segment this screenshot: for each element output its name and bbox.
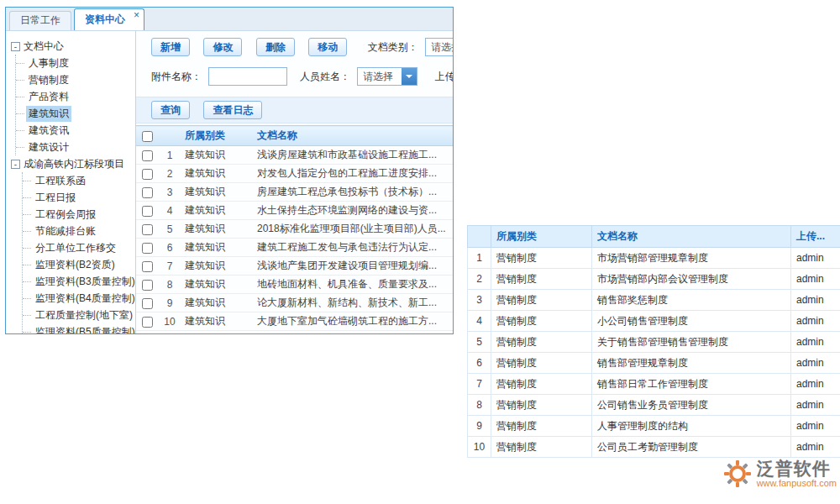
toolbar-row-2: 附件名称： 人员姓名： 请选择 上传日期: [136, 56, 453, 86]
table-row[interactable]: 3 建筑知识 房屋建筑工程总承包投标书（技术标）...: [136, 183, 453, 202]
table-row[interactable]: 4 建筑知识 水土保持生态环境监测网络的建设与资...: [136, 202, 453, 220]
tree-item[interactable]: 工程例会周报: [23, 206, 135, 223]
tree-item[interactable]: 人事制度: [16, 55, 135, 71]
table-row[interactable]: 9 营销制度 人事管理制度的结构 admin: [468, 416, 840, 437]
table-row[interactable]: 5 建筑知识 2018标准化监理项目部(业主项目部)人员...: [136, 220, 453, 239]
row-category: 建筑知识: [181, 239, 254, 257]
tree-item-label: 监理资料(B4质量控制): [33, 291, 136, 307]
tree-root-project[interactable]: - 成渝高铁内江标段项目: [11, 155, 135, 172]
row-checkbox[interactable]: [142, 243, 153, 254]
chevron-down-icon[interactable]: [402, 68, 417, 85]
tree-item[interactable]: 监理资料(B5质量控制): [23, 323, 135, 333]
row-checkbox[interactable]: [142, 298, 153, 309]
row-checkbox[interactable]: [142, 150, 153, 161]
table-row[interactable]: 7 建筑知识 浅谈地产集团开发建设项目管理规划编...: [136, 257, 453, 276]
document-list-pane: 新增 修改 删除 移动 文档类别： 请选择 文档 附件名称： 人员姓名：: [136, 31, 453, 333]
tree-item[interactable]: 营销制度: [16, 71, 135, 88]
table-row[interactable]: 1 建筑知识 浅谈房屋建筑和市政基础设施工程施工...: [136, 146, 453, 165]
table-row[interactable]: 6 营销制度 销售部管理规章制度 admin: [468, 353, 840, 374]
table-row[interactable]: 6 建筑知识 建筑工程施工发包与承包违法行为认定...: [136, 239, 453, 257]
table-row[interactable]: 7 营销制度 销售部日常工作管理制度 admin: [468, 374, 840, 395]
move-button[interactable]: 移动: [308, 38, 347, 56]
tree-root-doc-center[interactable]: - 文档中心: [11, 38, 135, 55]
delete-button[interactable]: 删除: [256, 38, 295, 56]
query-button[interactable]: 查询: [151, 101, 190, 119]
category-dropdown[interactable]: 请选择: [425, 38, 453, 56]
table-row[interactable]: 8 建筑知识 地砖地面材料、机具准备、质量要求及...: [136, 276, 453, 294]
tree-item[interactable]: 工程质量控制(地下室): [23, 307, 135, 323]
row-category: 营销制度: [491, 332, 592, 353]
tree-item-label: 建筑资讯: [26, 123, 71, 139]
row-uploader: admin: [791, 311, 840, 332]
tree-connector: [23, 181, 31, 181]
tree-item[interactable]: 工程联系函: [23, 172, 135, 189]
row-category: 建筑知识: [181, 183, 254, 202]
tab-bar: 日常工作 资料中心 ×: [6, 8, 453, 31]
tree-item[interactable]: 节能减排台账: [23, 223, 135, 239]
tree-item[interactable]: 建筑资讯: [16, 122, 135, 139]
row-category: 建筑知识: [181, 294, 254, 312]
row-category: 建筑知识: [181, 202, 254, 220]
document-table-body: 1 建筑知识 浅谈房屋建筑和市政基础设施工程施工... 2 建筑知识 对发包人指…: [136, 146, 453, 331]
desktop: 日常工作 资料中心 × - 文档中心 人事制度: [0, 0, 840, 504]
column-header-index: [468, 226, 491, 248]
tab-daily-work[interactable]: 日常工作: [9, 11, 71, 30]
add-button[interactable]: 新增: [151, 38, 190, 56]
tree-item[interactable]: 产品资料: [16, 88, 135, 105]
row-checkbox[interactable]: [142, 206, 153, 217]
row-uploader: admin: [791, 416, 840, 437]
tree-connector: [16, 97, 24, 97]
tab-data-center[interactable]: 资料中心 ×: [74, 8, 144, 30]
tree-item-label: 人事制度: [26, 55, 71, 71]
attachment-name-input[interactable]: [208, 67, 287, 86]
table-row[interactable]: 2 建筑知识 对发包人指定分包的工程施工进度安排...: [136, 165, 453, 183]
row-checkbox[interactable]: [142, 280, 153, 291]
row-index: 3: [158, 183, 181, 202]
tree-item-label: 工程联系函: [33, 173, 88, 189]
collapse-icon[interactable]: -: [11, 42, 20, 51]
person-dropdown[interactable]: 请选择: [357, 67, 417, 86]
row-index: 2: [468, 269, 491, 290]
row-uploader: admin: [791, 353, 840, 374]
row-index: 1: [468, 248, 491, 269]
tab-data-center-label: 资料中心: [85, 13, 125, 25]
tree-children-project: 工程联系函 工程日报 工程例会周报: [22, 172, 135, 333]
tree-item[interactable]: 建筑设计: [16, 139, 135, 155]
row-index: 6: [468, 353, 491, 374]
collapse-icon[interactable]: -: [11, 160, 20, 169]
select-all-checkbox[interactable]: [142, 131, 153, 142]
modify-button[interactable]: 修改: [203, 38, 242, 56]
tree-connector: [23, 197, 31, 198]
table-row[interactable]: 8 营销制度 公司销售业务员管理制度 admin: [468, 395, 840, 416]
row-doc-name: 建筑工程施工发包与承包违法行为认定...: [254, 239, 453, 257]
row-checkbox[interactable]: [142, 261, 153, 272]
row-checkbox[interactable]: [142, 187, 153, 198]
table-row[interactable]: 3 营销制度 销售部奖惩制度 admin: [468, 290, 840, 311]
table-row[interactable]: 1 营销制度 市场营销部管理规章制度 admin: [468, 248, 840, 269]
row-checkbox[interactable]: [142, 317, 153, 328]
tree-connector: [23, 231, 31, 232]
tab-close-icon[interactable]: ×: [134, 10, 139, 20]
table-row[interactable]: 5 营销制度 关于销售部管理销售管理制度 admin: [468, 332, 840, 353]
tree-item[interactable]: 监理资料(B4质量控制): [23, 290, 135, 307]
table-row[interactable]: 4 营销制度 小公司销售管理制度 admin: [468, 311, 840, 332]
table-row[interactable]: 2 营销制度 市场营销部内部会议管理制度 admin: [468, 269, 840, 290]
tree-item[interactable]: 分工单位工作移交: [23, 239, 135, 256]
view-log-button[interactable]: 查看日志: [203, 101, 262, 119]
tree-item[interactable]: 建筑知识: [16, 105, 135, 122]
table-row[interactable]: 10 营销制度 公司员工考勤管理制度 admin: [468, 437, 840, 458]
column-header-index: [158, 126, 181, 146]
brand-name: 泛普软件: [757, 459, 837, 478]
row-doc-name: 浅谈房屋建筑和市政基础设施工程施工...: [254, 146, 453, 165]
fanpu-watermark: 泛普软件 www.fanpusoft.com: [723, 459, 837, 488]
tree-item[interactable]: 工程日报: [23, 189, 135, 206]
row-index: 1: [158, 146, 181, 165]
table-row[interactable]: 10 建筑知识 大厦地下室加气砼墙砌筑工程的施工方...: [136, 312, 453, 331]
person-name-label: 人员姓名：: [300, 71, 350, 82]
row-checkbox[interactable]: [142, 224, 153, 235]
tree-item[interactable]: 监理资料(B3质量控制): [23, 273, 135, 290]
row-checkbox[interactable]: [142, 169, 153, 180]
tree-item[interactable]: 监理资料(B2资质): [23, 256, 135, 273]
tree-connector: [23, 332, 31, 333]
table-row[interactable]: 9 建筑知识 论大厦新材料、新结构、新技术、新工...: [136, 294, 453, 312]
